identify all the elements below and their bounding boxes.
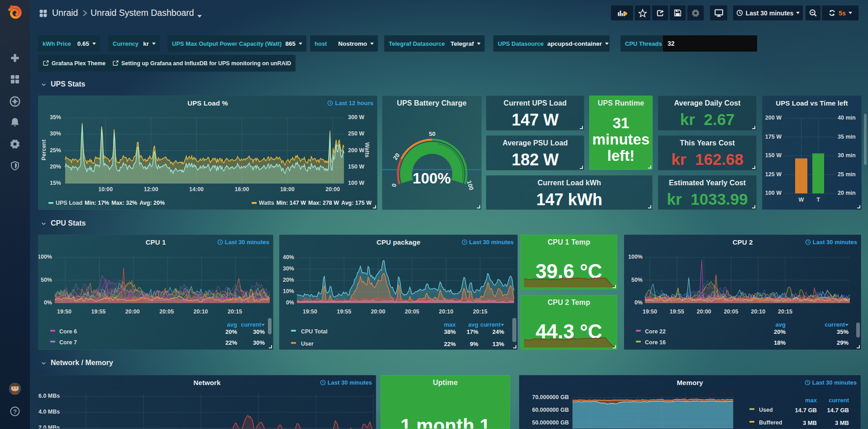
svg-text:20: 20 [392,152,401,161]
svg-text:?: ? [13,408,17,415]
svg-text:50: 50 [429,130,435,137]
